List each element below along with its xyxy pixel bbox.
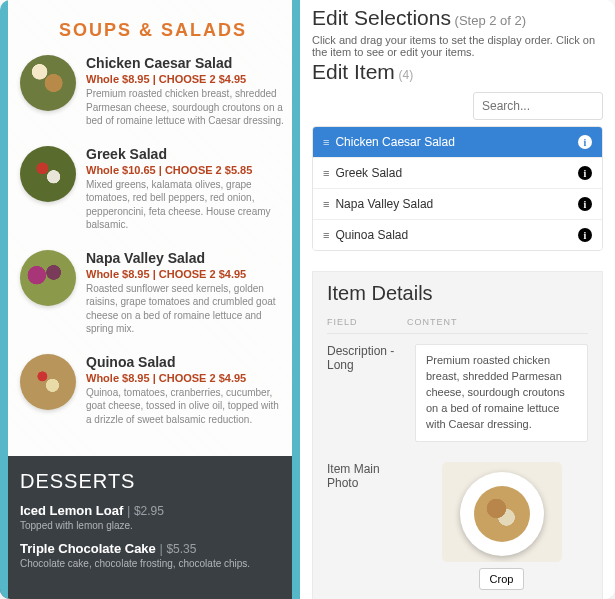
separator: | (156, 541, 167, 556)
plate-icon (460, 472, 544, 556)
menu-item-name: Napa Valley Salad (86, 250, 286, 266)
step-indicator: (Step 2 of 2) (455, 13, 527, 28)
details-header-row: FIELD CONTENT (327, 313, 588, 334)
menu-item-price: Whole $8.95 | CHOOSE 2 $4.95 (86, 372, 286, 384)
grip-icon[interactable]: ≡ (323, 229, 329, 241)
desserts-section: DESSERTS Iced Lemon Loaf | $2.95 Topped … (0, 456, 300, 599)
list-item[interactable]: ≡ Quinoa Salad i (313, 220, 602, 250)
item-photo[interactable] (442, 462, 562, 562)
search-row (312, 92, 603, 120)
menu-item-price: Whole $8.95 | CHOOSE 2 $4.95 (86, 73, 286, 85)
menu-item-name: Chicken Caesar Salad (86, 55, 286, 71)
help-text: Click and drag your items to set the dis… (312, 34, 603, 58)
info-icon[interactable]: i (578, 228, 592, 242)
edit-item-header: Edit Item (4) (312, 60, 603, 84)
dessert-name: Iced Lemon Loaf (20, 503, 123, 518)
grip-icon[interactable]: ≡ (323, 136, 329, 148)
dessert-name: Triple Chocolate Cake (20, 541, 156, 556)
section-title-desserts: DESSERTS (20, 470, 280, 493)
menu-item-name: Greek Salad (86, 146, 286, 162)
crop-button[interactable]: Crop (479, 568, 525, 590)
list-item[interactable]: ≡ Napa Valley Salad i (313, 189, 602, 220)
list-item[interactable]: ≡ Chicken Caesar Salad i (313, 127, 602, 158)
menu-scroll: SOUPS & SALADS Chicken Caesar Salad Whol… (0, 0, 300, 456)
menu-item-desc: Roasted sunflower seed kernels, golden r… (86, 282, 286, 336)
menu-item: Chicken Caesar Salad Whole $8.95 | CHOOS… (20, 55, 286, 128)
list-item-label: Greek Salad (335, 166, 402, 180)
col-field: FIELD (327, 317, 407, 327)
photo-wrap: Crop (415, 462, 588, 590)
dessert-desc: Chocolate cake, chocolate frosting, choc… (20, 558, 280, 569)
menu-item-desc: Premium roasted chicken breast, shredded… (86, 87, 286, 128)
menu-item-body: Quinoa Salad Whole $8.95 | CHOOSE 2 $4.9… (86, 354, 286, 427)
menu-item-body: Chicken Caesar Salad Whole $8.95 | CHOOS… (86, 55, 286, 128)
dessert-item: Iced Lemon Loaf | $2.95 Topped with lemo… (20, 503, 280, 531)
list-item-label: Quinoa Salad (335, 228, 408, 242)
dessert-price: $2.95 (134, 504, 164, 518)
detail-row-description: Description - Long Premium roasted chick… (327, 334, 588, 452)
menu-item: Greek Salad Whole $10.65 | CHOOSE 2 $5.8… (20, 146, 286, 232)
menu-item-thumb (20, 55, 76, 111)
dessert-item: Triple Chocolate Cake | $5.35 Chocolate … (20, 541, 280, 569)
app-root: SOUPS & SALADS Chicken Caesar Salad Whol… (0, 0, 615, 599)
menu-item-price: Whole $8.95 | CHOOSE 2 $4.95 (86, 268, 286, 280)
list-item[interactable]: ≡ Greek Salad i (313, 158, 602, 189)
menu-item-thumb (20, 250, 76, 306)
info-icon[interactable]: i (578, 135, 592, 149)
edit-selections-header: Edit Selections (Step 2 of 2) (312, 6, 603, 30)
grip-icon[interactable]: ≡ (323, 167, 329, 179)
grip-icon[interactable]: ≡ (323, 198, 329, 210)
item-list: ≡ Chicken Caesar Salad i ≡ Greek Salad i… (312, 126, 603, 251)
col-content: CONTENT (407, 317, 458, 327)
menu-item-desc: Mixed greens, kalamata olives, grape tom… (86, 178, 286, 232)
field-label: Item Main Photo (327, 462, 407, 590)
field-label: Description - Long (327, 344, 407, 442)
list-item-label: Napa Valley Salad (335, 197, 433, 211)
menu-item: Napa Valley Salad Whole $8.95 | CHOOSE 2… (20, 250, 286, 336)
menu-item-price: Whole $10.65 | CHOOSE 2 $5.85 (86, 164, 286, 176)
menu-item-thumb (20, 354, 76, 410)
menu-item-name: Quinoa Salad (86, 354, 286, 370)
menu-item-thumb (20, 146, 76, 202)
menu-preview-pane: SOUPS & SALADS Chicken Caesar Salad Whol… (0, 0, 300, 599)
menu-item-body: Napa Valley Salad Whole $8.95 | CHOOSE 2… (86, 250, 286, 336)
separator: | (123, 503, 134, 518)
menu-item: Quinoa Salad Whole $8.95 | CHOOSE 2 $4.9… (20, 354, 286, 427)
list-item-label: Chicken Caesar Salad (335, 135, 454, 149)
menu-item-desc: Quinoa, tomatoes, cranberries, cucumber,… (86, 386, 286, 427)
dessert-desc: Topped with lemon glaze. (20, 520, 280, 531)
item-details-title: Item Details (327, 282, 588, 305)
edit-selections-title: Edit Selections (312, 6, 451, 29)
editor-pane: Edit Selections (Step 2 of 2) Click and … (300, 0, 615, 599)
info-icon[interactable]: i (578, 166, 592, 180)
description-input[interactable]: Premium roasted chicken breast, shredded… (415, 344, 588, 442)
edit-item-title: Edit Item (312, 60, 395, 83)
info-icon[interactable]: i (578, 197, 592, 211)
item-count: (4) (399, 68, 414, 82)
dessert-price: $5.35 (166, 542, 196, 556)
section-title-soups: SOUPS & SALADS (20, 20, 286, 41)
menu-item-body: Greek Salad Whole $10.65 | CHOOSE 2 $5.8… (86, 146, 286, 232)
detail-row-photo: Item Main Photo Crop (327, 452, 588, 599)
search-input[interactable] (473, 92, 603, 120)
item-details-panel: Item Details FIELD CONTENT Description -… (312, 271, 603, 599)
